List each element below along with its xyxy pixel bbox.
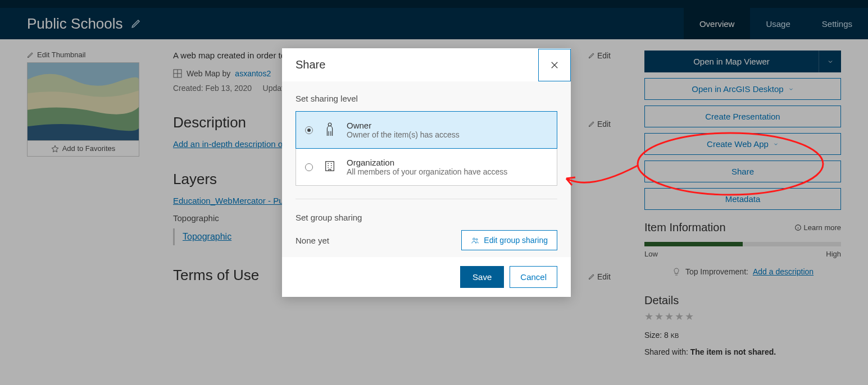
group-sharing-none: None yet bbox=[296, 236, 329, 245]
organization-option-subtitle: All members of your organization have ac… bbox=[347, 167, 507, 176]
save-button[interactable]: Save bbox=[460, 266, 504, 288]
group-icon bbox=[471, 236, 479, 245]
sharing-option-organization[interactable]: Organization All members of your organiz… bbox=[296, 148, 557, 186]
set-sharing-level-label: Set sharing level bbox=[296, 94, 557, 103]
svg-point-6 bbox=[476, 239, 478, 240]
dialog-title: Share bbox=[296, 58, 325, 71]
radio-owner[interactable] bbox=[305, 126, 313, 134]
owner-option-title: Owner bbox=[347, 121, 460, 130]
share-dialog: Share Set sharing level Owner Owner of t… bbox=[282, 48, 571, 297]
building-icon bbox=[322, 159, 338, 175]
dialog-divider bbox=[296, 199, 557, 199]
organization-option-title: Organization bbox=[347, 158, 507, 167]
set-group-sharing-label: Set group sharing bbox=[296, 213, 557, 222]
owner-option-subtitle: Owner of the item(s) has access bbox=[347, 130, 460, 139]
svg-point-3 bbox=[328, 123, 331, 126]
sharing-option-owner[interactable]: Owner Owner of the item(s) has access bbox=[296, 111, 557, 149]
svg-point-5 bbox=[473, 238, 475, 240]
close-icon bbox=[549, 60, 560, 70]
cancel-button[interactable]: Cancel bbox=[510, 266, 557, 288]
person-icon bbox=[322, 122, 338, 139]
radio-organization[interactable] bbox=[305, 163, 313, 171]
dialog-close-button[interactable] bbox=[538, 49, 571, 81]
edit-group-sharing-button[interactable]: Edit group sharing bbox=[461, 230, 557, 250]
